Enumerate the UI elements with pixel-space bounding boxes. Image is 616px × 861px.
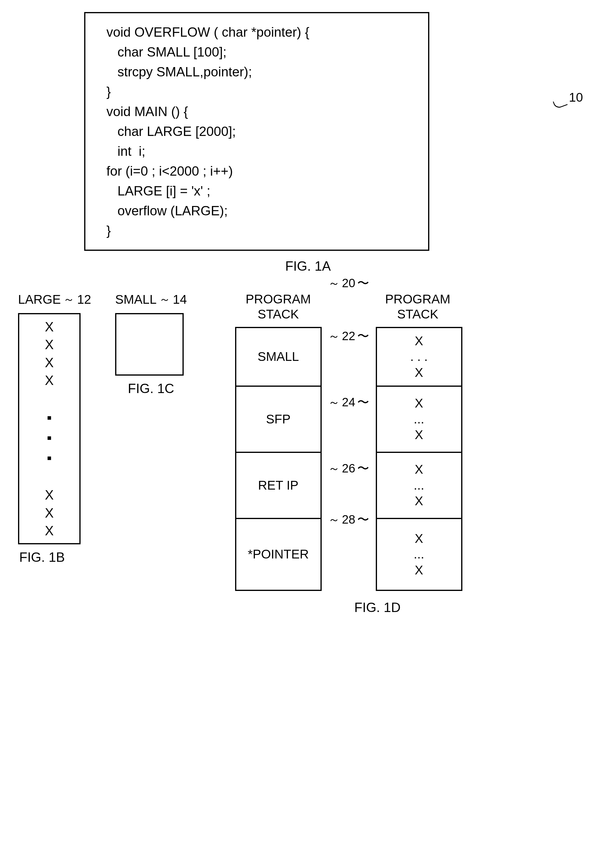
fig-1a-caption: FIG. 1A <box>18 259 598 274</box>
fig-1b-header: LARGE ～ 12 <box>18 292 91 307</box>
x-line: X <box>415 365 423 381</box>
ellipsis-dot: ■ <box>19 448 79 468</box>
right-stack: X . . . X X ... X X ... X <box>376 327 462 591</box>
fig-1d: PROGRAM STACK SMALL SFP RET IP *POINTER … <box>217 292 460 615</box>
ref-26: ～26〜 <box>322 460 376 477</box>
small-label: SMALL <box>115 292 157 307</box>
tilde-icon: ～ <box>63 292 75 307</box>
ref-num: 20 <box>342 276 355 290</box>
x-line: X <box>415 493 423 509</box>
ref-28: ～28〜 <box>322 511 376 528</box>
left-stack-col: PROGRAM STACK SMALL SFP RET IP *POINTER <box>235 292 322 591</box>
tilde-icon: ～ <box>159 292 170 307</box>
ref-num: 28 <box>342 513 355 526</box>
stack-cell-sfp: SFP <box>236 387 321 453</box>
ref-num: 24 <box>342 395 355 409</box>
spacer <box>19 389 79 408</box>
tilde-icon: ～ <box>328 276 340 290</box>
tilde-icon: ～ <box>328 513 340 526</box>
code-box: void OVERFLOW ( char *pointer) { char SM… <box>84 12 429 251</box>
dots-line: ... <box>414 546 424 562</box>
code-line: char LARGE [2000]; <box>107 121 413 141</box>
title-line: PROGRAM <box>385 292 450 306</box>
cell-x: X <box>19 335 79 353</box>
tilde-icon: 〜 <box>357 329 369 343</box>
code-line: strcpy SMALL,pointer); <box>107 62 413 82</box>
tilde-icon: 〜 <box>357 462 369 475</box>
tilde-icon: 〜 <box>357 513 369 526</box>
fig-1d-caption: FIG. 1D <box>295 600 460 615</box>
dots-line: ... <box>414 478 424 494</box>
stack-cell-retip: RET IP <box>236 453 321 519</box>
cell-x: X <box>19 504 79 522</box>
tilde-icon: ～ <box>328 395 340 409</box>
title-line: STACK <box>258 307 299 321</box>
code-line: overflow (LARGE); <box>107 201 413 221</box>
stack-cell-x: X . . . X <box>377 328 461 387</box>
tilde-icon: 〜 <box>357 395 369 409</box>
tilde-icon: ～ <box>328 462 340 475</box>
ref-10: 10 <box>569 90 583 105</box>
title-line: STACK <box>397 307 438 321</box>
fig-1b: LARGE ～ 12 X X X X ■ ■ ■ X X X FIG. 1B <box>18 292 91 565</box>
ref-14: 14 <box>173 292 187 307</box>
stack-cell-pointer: *POINTER <box>236 519 321 590</box>
x-line: X <box>415 562 423 578</box>
x-line: X <box>415 462 423 478</box>
stack-cell-x: X ... X <box>377 387 461 453</box>
tilde-icon: ～ <box>328 329 340 343</box>
bottom-figures: LARGE ～ 12 X X X X ■ ■ ■ X X X FIG. 1B S… <box>18 292 598 615</box>
code-line: } <box>107 221 413 241</box>
code-line: } <box>107 82 413 102</box>
stack-cell-small: SMALL <box>236 328 321 387</box>
fig-1c: SMALL ～ 14 FIG. 1C <box>115 292 187 396</box>
ellipsis-dot: ■ <box>19 408 79 428</box>
ellipsis-dot: ■ <box>19 428 79 448</box>
small-array-box <box>115 313 184 376</box>
left-stack-title: PROGRAM STACK <box>235 292 322 322</box>
cell-x: X <box>19 318 79 335</box>
left-stack: SMALL SFP RET IP *POINTER <box>235 327 322 591</box>
ref-22: ～22〜 <box>322 328 376 344</box>
cell-x: X <box>19 522 79 540</box>
spacer <box>19 468 79 486</box>
x-line: X <box>415 531 423 547</box>
code-line: char SMALL [100]; <box>107 42 413 62</box>
code-line: LARGE [i] = 'x' ; <box>107 181 413 201</box>
title-line: PROGRAM <box>246 292 311 306</box>
code-line: int i; <box>107 141 413 161</box>
dots-line: . . . <box>410 349 427 365</box>
dots-line: ... <box>414 411 424 427</box>
fig-1b-caption: FIG. 1B <box>19 550 91 565</box>
large-label: LARGE <box>18 292 61 307</box>
code-line: void MAIN () { <box>107 102 413 121</box>
cell-x: X <box>19 354 79 371</box>
ref-20: ～20〜 <box>322 275 376 291</box>
cell-x: X <box>19 371 79 389</box>
stack-cell-x: X ... X <box>377 453 461 519</box>
right-stack-col: PROGRAM STACK X . . . X X ... X X <box>376 292 460 591</box>
right-stack-title: PROGRAM STACK <box>376 292 460 322</box>
x-line: X <box>415 395 423 411</box>
fig-1a: void OVERFLOW ( char *pointer) { char SM… <box>84 12 556 251</box>
cell-x: X <box>19 486 79 504</box>
code-line: void OVERFLOW ( char *pointer) { <box>107 22 413 42</box>
ref-12: 12 <box>77 292 91 307</box>
x-line: X <box>415 333 423 349</box>
stack-cell-x: X ... X <box>377 519 461 590</box>
ref-num: 26 <box>342 462 355 475</box>
fig-1c-header: SMALL ～ 14 <box>115 292 187 307</box>
large-array-box: X X X X ■ ■ ■ X X X <box>18 313 80 544</box>
code-line: for (i=0 ; i<2000 ; i++) <box>107 161 413 181</box>
tilde-icon: 〜 <box>357 276 369 290</box>
x-line: X <box>415 427 423 443</box>
ref-num: 22 <box>342 329 355 343</box>
ref-24: ～24〜 <box>322 394 376 411</box>
fig-1c-caption: FIG. 1C <box>115 381 187 396</box>
